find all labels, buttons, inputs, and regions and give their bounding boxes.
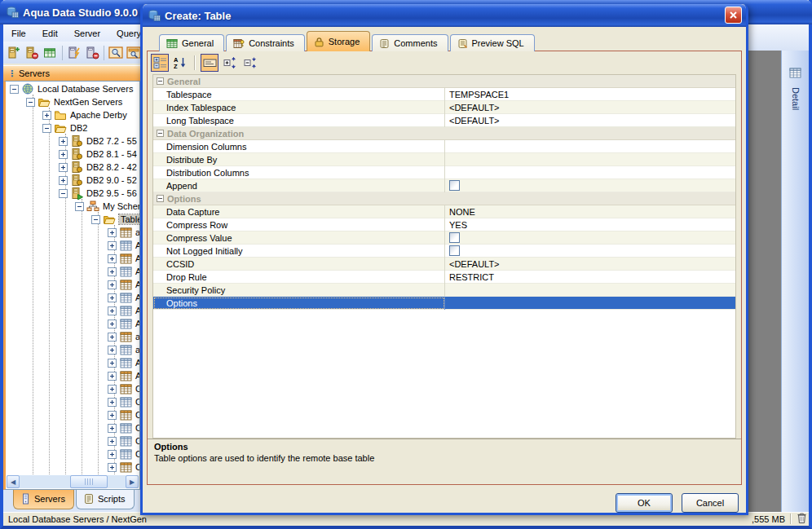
servers-panel-header[interactable]: ⋮ Servers <box>3 65 140 81</box>
tree-node-c[interactable]: C <box>108 461 140 474</box>
expand-icon[interactable] <box>108 320 117 328</box>
grid-row-append[interactable]: Append <box>153 179 735 192</box>
tree-node-label[interactable]: DB2 <box>70 123 87 133</box>
expand-icon[interactable] <box>108 228 117 237</box>
property-name[interactable]: Options <box>153 297 445 310</box>
menu-file[interactable]: File <box>3 26 34 41</box>
tab-preview-sql[interactable]: Preview SQL <box>450 34 535 51</box>
property-value[interactable] <box>445 166 735 179</box>
expand-icon[interactable] <box>108 241 117 250</box>
grid-row-ccsid[interactable]: CCSID<DEFAULT> <box>153 258 735 271</box>
property-value[interactable]: NONE <box>445 205 735 218</box>
property-value[interactable] <box>445 231 735 245</box>
tree-node-label[interactable]: My Schem <box>103 201 140 211</box>
property-name[interactable]: Data Capture <box>153 205 445 218</box>
menu-edit[interactable]: Edit <box>34 26 66 41</box>
categorized-button[interactable] <box>151 54 169 72</box>
tree-node-label[interactable]: DB2 8.2 - 42 <box>86 162 137 172</box>
expand-icon[interactable] <box>108 372 117 381</box>
collapse-icon[interactable] <box>59 189 68 198</box>
sidebar-tab-servers[interactable]: Servers <box>13 490 74 509</box>
tree-node-a[interactable]: a <box>108 343 140 356</box>
property-name[interactable]: Drop Rule <box>153 271 445 284</box>
grid-row-data-capture[interactable]: Data CaptureNONE <box>153 205 735 218</box>
property-value[interactable]: RESTRICT <box>445 271 735 284</box>
property-name[interactable]: Append <box>153 179 445 192</box>
grid-row-compress-value[interactable]: Compress Value <box>153 231 735 245</box>
tree-node-label[interactable]: Apache Derby <box>70 110 127 120</box>
tree-node-db2[interactable]: DB2 <box>42 121 87 134</box>
tree-node-db2-7-2-55[interactable]: DB2 7.2 - 55 <box>59 134 137 148</box>
grid-row-not-logged-initially[interactable]: Not Logged Initially <box>153 245 735 258</box>
property-value[interactable] <box>445 284 735 297</box>
sidebar-tab-scripts[interactable]: Scripts <box>76 490 135 509</box>
property-name[interactable]: Distribution Columns <box>153 166 445 179</box>
scroll-right-arrow-icon[interactable]: ▶ <box>126 475 139 488</box>
collapse-icon[interactable] <box>42 124 51 133</box>
property-name[interactable]: Security Policy <box>153 284 445 297</box>
remove-server-button[interactable] <box>24 44 40 62</box>
property-value[interactable]: YES <box>445 218 735 231</box>
tree-node-label[interactable]: NextGen Servers <box>54 97 122 107</box>
tree-node-label[interactable]: Table <box>119 214 140 224</box>
grid-row-index-tablespace[interactable]: Index Tablespace<DEFAULT> <box>153 101 735 114</box>
tree-node-a[interactable]: A <box>108 252 140 265</box>
tree-node-label[interactable]: DB2 8.1 - 54 <box>86 149 137 159</box>
property-value[interactable] <box>445 245 735 258</box>
tree-node-a[interactable]: A <box>108 356 140 369</box>
collapse-icon[interactable] <box>75 202 84 211</box>
grid-category-data-organization[interactable]: Data Organization <box>153 127 735 140</box>
tree-node-label[interactable]: DB2 9.5 - 56 <box>86 188 137 198</box>
tree-node-table[interactable]: Table <box>91 213 140 226</box>
tree-node-db2-9-5-56[interactable]: DB2 9.5 - 56 <box>59 187 137 200</box>
property-value[interactable]: TEMPSPACE1 <box>445 88 735 101</box>
tree-node-c[interactable]: C <box>108 395 140 408</box>
tree-node-label[interactable]: Local Database Servers <box>38 84 133 94</box>
grid-row-drop-rule[interactable]: Drop RuleRESTRICT <box>153 271 735 284</box>
expand-icon[interactable] <box>108 333 117 342</box>
tree-node-c[interactable]: C <box>108 382 140 395</box>
tree-node-c[interactable]: C <box>108 447 140 461</box>
tree-node-a[interactable]: A <box>108 239 140 252</box>
grid-row-tablespace[interactable]: TablespaceTEMPSPACE1 <box>153 88 735 101</box>
tree-node-local-database-servers[interactable]: Local Database Servers <box>10 82 133 95</box>
tree-node-a[interactable]: A <box>108 291 140 304</box>
property-name[interactable]: Compress Row <box>153 218 445 231</box>
collapse-icon[interactable] <box>91 215 100 224</box>
ok-button[interactable]: OK <box>616 493 673 513</box>
tree-horizontal-scrollbar[interactable]: ◀ ▶ <box>7 475 139 488</box>
property-name[interactable]: Not Logged Initially <box>153 245 445 258</box>
trash-icon[interactable] <box>797 512 807 526</box>
property-value[interactable]: <DEFAULT> <box>445 101 735 114</box>
tree-node-a[interactable]: A <box>108 304 140 317</box>
description-button[interactable] <box>201 54 218 72</box>
expand-icon[interactable] <box>108 398 117 407</box>
property-name[interactable]: Tablespace <box>153 88 445 101</box>
checkbox[interactable] <box>449 180 460 191</box>
property-value[interactable] <box>445 140 735 153</box>
tab-general[interactable]: General <box>159 34 224 51</box>
expand-icon[interactable] <box>59 163 68 172</box>
disconnect-server-button[interactable] <box>84 44 100 62</box>
collapse-icon[interactable] <box>10 85 19 94</box>
property-name[interactable]: Long Tablespace <box>153 114 445 127</box>
expand-icon[interactable] <box>108 450 117 459</box>
expand-icon[interactable] <box>108 254 117 263</box>
expand-icon[interactable] <box>108 424 117 433</box>
expand-icon[interactable] <box>108 385 117 394</box>
tree-node-a[interactable]: a <box>108 330 140 343</box>
cancel-button[interactable]: Cancel <box>682 493 739 513</box>
register-server-button[interactable] <box>6 44 22 62</box>
tree-node-a[interactable]: A <box>108 278 140 291</box>
sort-az-button[interactable]: AZ <box>171 54 189 72</box>
expand-icon[interactable] <box>59 176 68 185</box>
expand-icon[interactable] <box>108 411 117 420</box>
property-value[interactable] <box>445 153 735 166</box>
tree-node-a[interactable]: a <box>108 226 140 239</box>
property-name[interactable]: Dimension Columns <box>153 140 445 153</box>
property-value[interactable] <box>445 297 735 310</box>
query-analyzer-button[interactable] <box>108 44 124 62</box>
dialog-close-button[interactable] <box>725 7 742 24</box>
expand-icon[interactable] <box>108 359 117 368</box>
grid-row-options[interactable]: Options <box>153 297 735 310</box>
